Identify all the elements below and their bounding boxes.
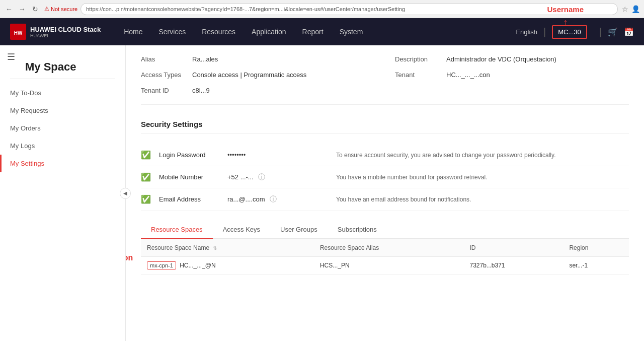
region-badge: mx-cpn-1 — [147, 261, 176, 269]
mobile-info-icon[interactable]: ⓘ — [258, 173, 265, 181]
table-container: Resource Space Name ⇅ Resource Space Ali… — [141, 239, 629, 275]
app-body: ☰ My Space My To-Dos My Requests My Orde… — [0, 45, 644, 341]
tab-subscriptions[interactable]: Subscriptions — [328, 221, 387, 239]
nav-application[interactable]: Application — [244, 18, 294, 45]
svg-text:HW: HW — [14, 30, 23, 36]
security-section: Security Settings ✅ Login Password •••••… — [141, 120, 629, 211]
logo-area: HW HUAWEI CLOUD Stack HUAWEI — [10, 24, 101, 40]
check-icon-password: ✅ — [141, 150, 151, 160]
header-divider2: | — [599, 26, 602, 38]
forward-button[interactable]: → — [17, 4, 27, 14]
user-info-grid: Alias Ra...ales Description Administrado… — [141, 55, 629, 105]
browser-actions: ☆ 👤 — [622, 5, 640, 13]
sidebar-item-my-orders[interactable]: My Orders — [0, 119, 125, 137]
app-header: HW HUAWEI CLOUD Stack HUAWEI Home Servic… — [0, 18, 644, 45]
nav-resources[interactable]: Resources — [194, 18, 244, 45]
nav-report[interactable]: Report — [294, 18, 332, 45]
email-address-item: ✅ Email Address ra...@....com ⓘ You have… — [141, 188, 629, 211]
col-resource-space-alias: Resource Space Alias — [314, 239, 464, 257]
sidebar-divider — [10, 79, 115, 79]
sidebar-collapse-button[interactable]: ◀ — [120, 188, 131, 199]
email-info-icon[interactable]: ⓘ — [270, 195, 277, 203]
security-section-title: Security Settings — [141, 120, 629, 134]
calendar-icon[interactable]: 📅 — [624, 27, 634, 37]
tabs-section: Resource Spaces Access Keys User Groups … — [141, 221, 629, 275]
sidebar-item-my-settings[interactable]: My Settings — [0, 155, 125, 172]
back-button[interactable]: ← — [4, 4, 14, 14]
tab-resource-spaces[interactable]: Resource Spaces — [141, 221, 213, 239]
resource-space-id-cell: 7327b...b371 — [463, 257, 563, 275]
hamburger-menu-icon[interactable]: ☰ — [7, 51, 15, 62]
sidebar-nav: My To-Dos My Requests My Orders My Logs … — [0, 84, 125, 172]
col-id: ID — [463, 239, 563, 257]
tabs-header: Resource Spaces Access Keys User Groups … — [141, 221, 629, 239]
header-right: English | MC...30 ↑ | 🛒 📅 — [516, 25, 634, 39]
main-nav: Home Services Resources Application Repo… — [116, 18, 516, 45]
cart-icon[interactable]: 🛒 — [608, 27, 618, 37]
sort-icon[interactable]: ⇅ — [213, 245, 217, 251]
bookmark-icon[interactable]: ☆ — [622, 5, 628, 13]
nav-services[interactable]: Services — [151, 18, 194, 45]
address-bar[interactable]: https://con...pin/motenantconsolehomeweb… — [80, 3, 618, 15]
warning-icon: ⚠ — [44, 6, 49, 12]
access-types-row: Access Types Console access | Programmat… — [141, 71, 375, 79]
login-password-item: ✅ Login Password •••••••• To ensure acco… — [141, 144, 629, 166]
browser-bar: ← → ↻ ⚠ Not secure https://con...pin/mot… — [0, 0, 644, 18]
resource-space-alias-cell: HCS..._PN — [314, 257, 464, 275]
reload-button[interactable]: ↻ — [30, 4, 40, 14]
sidebar-item-my-requests[interactable]: My Requests — [0, 102, 125, 119]
tenant-id-row: Tenant ID c8i...9 — [141, 87, 375, 94]
sidebar-item-my-logs[interactable]: My Logs — [0, 137, 125, 155]
huawei-logo-icon: HW — [10, 24, 26, 40]
resource-space-name-cell: mx-cpn-1 HC..._..._@N — [141, 257, 314, 275]
resource-space-region-cell: ser...-1 — [563, 257, 629, 275]
profile-icon[interactable]: 👤 — [631, 5, 640, 13]
alias-row: Alias Ra...ales — [141, 55, 375, 63]
table-row: mx-cpn-1 HC..._..._@N HCS..._PN 7327b...… — [141, 257, 629, 275]
my-space-title: My Space — [0, 50, 125, 79]
nav-home[interactable]: Home — [116, 18, 150, 45]
nav-system[interactable]: System — [332, 18, 371, 45]
browser-controls: ← → ↻ — [4, 4, 40, 14]
tab-user-groups[interactable]: User Groups — [270, 221, 328, 239]
resource-spaces-table: Resource Space Name ⇅ Resource Space Ali… — [141, 239, 629, 275]
description-row: Description Administrador de VDC (Orques… — [395, 55, 629, 63]
language-button[interactable]: English — [516, 28, 537, 36]
not-secure-indicator: ⚠ Not secure — [44, 6, 77, 12]
header-divider: | — [543, 26, 546, 38]
tab-access-keys[interactable]: Access Keys — [213, 221, 270, 239]
check-icon-mobile: ✅ — [141, 172, 151, 182]
username-arrow-icon: ↑ — [563, 17, 568, 28]
user-account-button[interactable]: MC...30 — [552, 25, 587, 39]
sidebar-item-my-todos[interactable]: My To-Dos — [0, 84, 125, 102]
table-header: Resource Space Name ⇅ Resource Space Ali… — [141, 239, 629, 257]
check-icon-email: ✅ — [141, 194, 151, 204]
region-annotation-label: Region — [126, 253, 133, 262]
col-region: Region — [563, 239, 629, 257]
mobile-number-item: ✅ Mobile Number +52 ...‑... ⓘ You have a… — [141, 166, 629, 188]
sidebar: ☰ My Space My To-Dos My Requests My Orde… — [0, 45, 126, 341]
table-body: mx-cpn-1 HC..._..._@N HCS..._PN 7327b...… — [141, 257, 629, 275]
col-resource-space-name: Resource Space Name ⇅ — [141, 239, 314, 257]
logo-text-block: HUAWEI CLOUD Stack HUAWEI — [30, 26, 101, 38]
tenant-row: Tenant HC..._..._...con — [395, 71, 629, 79]
main-content: Alias Ra...ales Description Administrado… — [126, 45, 644, 341]
